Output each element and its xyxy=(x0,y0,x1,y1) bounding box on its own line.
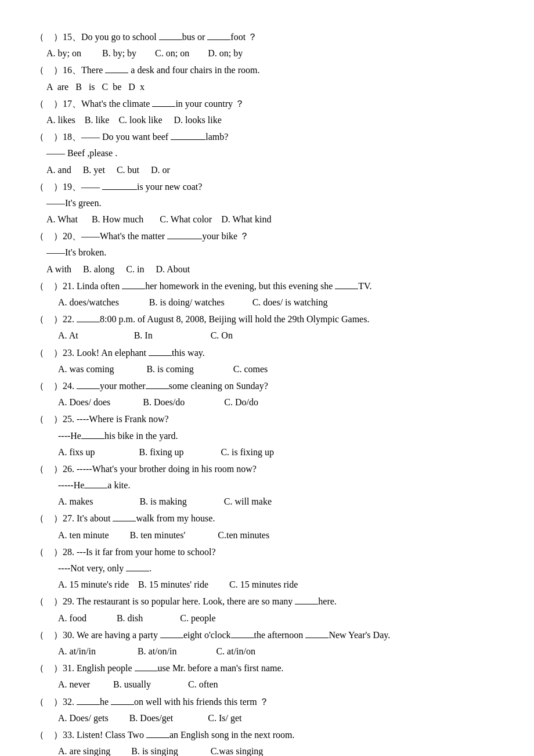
question-31: （ ）31. English people use Mr. before a m… xyxy=(35,660,499,692)
q24-text: （ ）24. your mothersome cleaning on Sunda… xyxy=(35,378,499,394)
q26-sub: -----Hea kite. xyxy=(35,477,499,493)
question-21: （ ）21. Linda often her homework in the e… xyxy=(35,278,499,310)
question-27: （ ）27. It's about walk from my house. A.… xyxy=(35,510,499,542)
q25-text: （ ）25. ----Where is Frank now? xyxy=(35,411,499,427)
q32-options: A. Does/ gets B. Does/get C. Is/ get xyxy=(35,710,499,726)
q20-options: A with B. along C. in D. About xyxy=(35,261,499,277)
question-24: （ ）24. your mothersome cleaning on Sunda… xyxy=(35,378,499,410)
question-20: （ ）20、——What's the matter your bike ？ ——… xyxy=(35,228,499,277)
question-16: （ ）16、There a desk and four chairs in th… xyxy=(35,62,499,94)
question-25: （ ）25. ----Where is Frank now? ----Hehis… xyxy=(35,411,499,460)
q20-sub: ——It's broken. xyxy=(35,244,499,260)
q30-text: （ ）30. We are having a party eight o'clo… xyxy=(35,627,499,643)
exam-content: （ ）15、Do you go to school bus or foot ？ … xyxy=(35,29,499,756)
q19-options: A. What B. How much C. What color D. Wha… xyxy=(35,211,499,227)
question-32: （ ）32. he on well with his friends this … xyxy=(35,694,499,726)
question-28: （ ）28. ---Is it far from your home to sc… xyxy=(35,544,499,593)
question-15: （ ）15、Do you go to school bus or foot ？ … xyxy=(35,29,499,61)
q19-sub: ——It's green. xyxy=(35,195,499,211)
q27-text: （ ）27. It's about walk from my house. xyxy=(35,510,499,526)
q30-options: A. at/in/in B. at/on/in C. at/in/on xyxy=(35,643,499,659)
q33-options: A. are singing B. is singing C.was singi… xyxy=(35,743,499,756)
q27-options: A. ten minute B. ten minutes' C.ten minu… xyxy=(35,527,499,543)
q28-text: （ ）28. ---Is it far from your home to sc… xyxy=(35,544,499,560)
q22-text: （ ）22. 8:00 p.m. of August 8, 2008, Beij… xyxy=(35,311,499,327)
q17-text: （ ）17、What's the climate in your country… xyxy=(35,96,499,111)
q17-options: A. likes B. like C. look like D. looks l… xyxy=(35,112,499,128)
q31-text: （ ）31. English people use Mr. before a m… xyxy=(35,660,499,676)
question-30: （ ）30. We are having a party eight o'clo… xyxy=(35,627,499,659)
q22-options: A. At B. In C. On xyxy=(35,327,499,343)
question-17: （ ）17、What's the climate in your country… xyxy=(35,96,499,128)
question-26: （ ）26. -----What's your brother doing in… xyxy=(35,461,499,510)
q15-options: A. by; on B. by; by C. on; on D. on; by xyxy=(35,45,499,61)
q20-text: （ ）20、——What's the matter your bike ？ xyxy=(35,228,499,244)
q18-text: （ ）18、—— Do you want beef lamb? xyxy=(35,129,499,145)
q23-text: （ ）23. Look! An elephant this way. xyxy=(35,345,499,361)
q29-text: （ ）29. The restaurant is so popular here… xyxy=(35,593,499,609)
question-19: （ ）19、—— is your new coat? ——It's green.… xyxy=(35,179,499,228)
question-22: （ ）22. 8:00 p.m. of August 8, 2008, Beij… xyxy=(35,311,499,343)
question-29: （ ）29. The restaurant is so popular here… xyxy=(35,593,499,625)
q33-text: （ ）33. Listen! Class Two an English song… xyxy=(35,727,499,743)
q23-options: A. was coming B. is coming C. comes xyxy=(35,361,499,377)
q15-text: （ ）15、Do you go to school bus or foot ？ xyxy=(35,29,499,45)
q24-options: A. Does/ does B. Does/do C. Do/do xyxy=(35,394,499,410)
q16-options: A are B is C be D x xyxy=(35,79,499,95)
q18-options: A. and B. yet C. but D. or xyxy=(35,162,499,178)
q28-sub: ----Not very, only . xyxy=(35,560,499,576)
q31-options: A. never B. usually C. often xyxy=(35,676,499,692)
q26-text: （ ）26. -----What's your brother doing in… xyxy=(35,461,499,477)
q29-options: A. food B. dish C. people xyxy=(35,610,499,626)
q32-text: （ ）32. he on well with his friends this … xyxy=(35,694,499,710)
q25-options: A. fixs up B. fixing up C. is fixing up xyxy=(35,444,499,460)
question-33: （ ）33. Listen! Class Two an English song… xyxy=(35,727,499,756)
q21-text: （ ）21. Linda often her homework in the e… xyxy=(35,278,499,294)
q18-sub: —— Beef ,please . xyxy=(35,145,499,161)
question-23: （ ）23. Look! An elephant this way. A. wa… xyxy=(35,345,499,377)
q28-options: A. 15 minute's ride B. 15 minutes' ride … xyxy=(35,577,499,592)
q21-options: A. does/watches B. is doing/ watches C. … xyxy=(35,294,499,310)
q26-options: A. makes B. is making C. will make xyxy=(35,494,499,509)
q25-sub: ----Hehis bike in the yard. xyxy=(35,428,499,444)
question-18: （ ）18、—— Do you want beef lamb? —— Beef … xyxy=(35,129,499,178)
q19-text: （ ）19、—— is your new coat? xyxy=(35,179,499,195)
q16-text: （ ）16、There a desk and four chairs in th… xyxy=(35,62,499,78)
